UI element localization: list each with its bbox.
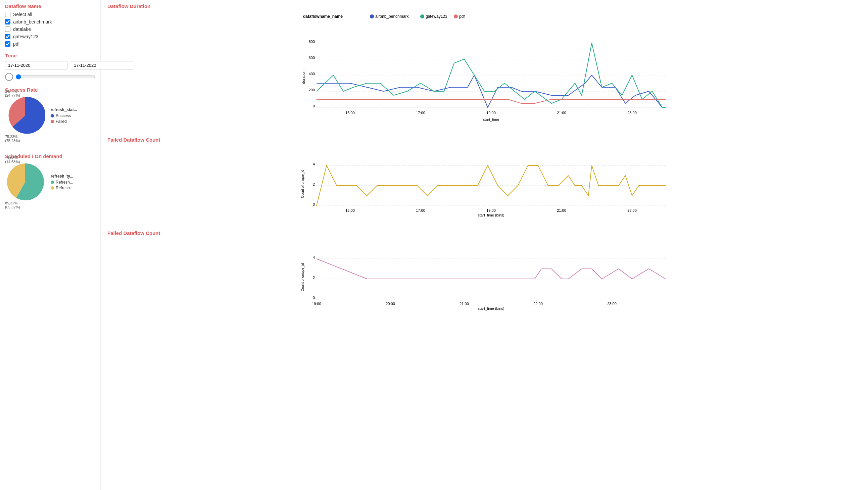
failed-chart2-svg: Count of unique_id 0 2 4 19:00 20:00 21:…: [107, 239, 861, 312]
y1-tick-4: 4: [313, 162, 315, 166]
ondemand-pct-label: 14,68%(14,68%): [5, 156, 20, 164]
legend-airbnb-text: airbnb_benchmark: [375, 14, 409, 19]
checkbox-pdf-input[interactable]: [5, 41, 10, 47]
legend-refresh1: Refresh...: [51, 180, 73, 185]
refresh-type-label: refresh_ty...: [51, 174, 73, 179]
x2-tick-2300: 23:00: [607, 302, 617, 306]
checkbox-airbnb[interactable]: airbnb_benchmark: [5, 19, 95, 25]
duration-chart-title: Dataflow Duration: [107, 3, 861, 9]
x1-tick-1700: 17:00: [416, 208, 425, 212]
x2-tick-2200: 22:00: [533, 302, 543, 306]
legend-gateway-text: gateway123: [426, 14, 447, 19]
date-inputs: [5, 61, 95, 69]
success-rate-pie-wrapper: 24,77%(24,77%) 75,23%(75,23%) refresh_st…: [5, 95, 95, 136]
x-tick-1900: 19:00: [486, 111, 496, 115]
x-tick-2100: 21:00: [557, 111, 566, 115]
x-tick-2300: 23:00: [627, 111, 637, 115]
slider-handle[interactable]: [5, 73, 13, 81]
y2-tick-4: 4: [313, 255, 315, 259]
x-tick-1500: 15:00: [345, 111, 355, 115]
refresh-stat-label: refresh_stat...: [51, 108, 77, 112]
legend-success: Success: [51, 114, 77, 118]
checkbox-gateway-label: gateway123: [13, 34, 39, 39]
failed-label: Failed: [56, 119, 67, 124]
x2-tick-2000: 20:00: [386, 302, 395, 306]
x1-tick-2100: 21:00: [557, 208, 566, 212]
refresh2-dot: [51, 186, 54, 190]
dataflow-section-title: Dataflow Name: [5, 3, 95, 9]
checkbox-pdf[interactable]: pdf: [5, 41, 95, 47]
scheduled-pie-chart: [5, 162, 45, 202]
legend-airbnb-dot: [370, 14, 374, 19]
sidebar: Dataflow Name Select all airbnb_benchmar…: [0, 0, 101, 490]
failed-chart2-title: Failed Dataflow Count: [107, 230, 861, 236]
checkbox-gateway[interactable]: gateway123: [5, 34, 95, 39]
date-from-input[interactable]: [5, 61, 67, 69]
checkbox-pdf-label: pdf: [13, 41, 20, 47]
x-tick-1700: 17:00: [416, 111, 425, 115]
success-rate-section: Success Rate 24,77%(24,77%) 75,23%(75,23…: [5, 87, 95, 136]
y-label-2: Count of unique_id: [301, 263, 304, 291]
checkbox-datalake[interactable]: datalake: [5, 27, 95, 32]
failed-pct-label: 24,77%(24,77%): [5, 89, 20, 97]
x2-tick-2100: 21:00: [460, 302, 469, 306]
failed-line-2: [316, 259, 665, 279]
success-dot: [51, 114, 54, 118]
y2-tick-0: 0: [313, 296, 315, 300]
failed-dot: [51, 120, 54, 123]
success-pct-label: 75,23%(75,23%): [5, 134, 20, 143]
time-slider[interactable]: [16, 74, 95, 80]
legend-pdf-text: pdf: [459, 14, 465, 19]
scheduled-pie-container: 14,68%(14,68%) 85,32%(85,32%): [5, 162, 45, 203]
refresh2-label: Refresh...: [56, 186, 73, 190]
scheduled-legend: refresh_ty... Refresh... Refresh...: [51, 174, 73, 191]
scheduled-pie-wrapper: 14,68%(14,68%) 85,32%(85,32%) refresh_ty…: [5, 162, 95, 203]
legend-failed: Failed: [51, 119, 77, 124]
checkbox-gateway-input[interactable]: [5, 34, 10, 39]
duration-chart-svg: dataflowname_name airbnb_benchmark gatew…: [107, 12, 861, 126]
refresh1-label: Refresh...: [56, 180, 73, 185]
select-all-label: Select all: [13, 12, 32, 17]
y2-tick-2: 2: [313, 276, 315, 280]
select-all-checkbox[interactable]: [5, 12, 10, 17]
x2-axis-label: start_time (bins): [478, 306, 504, 310]
x2-tick-1900: 19:00: [312, 302, 321, 306]
y-tick-600: 600: [309, 56, 315, 60]
slider-container: [5, 73, 95, 81]
select-all-item[interactable]: Select all: [5, 12, 95, 17]
duration-chart-section: Dataflow Duration dataflowname_name airb…: [107, 3, 861, 127]
main-content: Dataflow Duration dataflowname_name airb…: [101, 0, 868, 490]
scheduled-section: Scheduled / On demand 14,68%(14,68%) 85,…: [5, 153, 95, 203]
failed-chart1-title: Failed Dataflow Count: [107, 137, 861, 143]
x1-axis-label: start_time (bins): [478, 213, 504, 217]
x1-tick-1500: 15:00: [345, 208, 355, 212]
success-legend: refresh_stat... Success Failed: [51, 108, 77, 125]
legend-gateway-dot: [420, 14, 424, 19]
checkbox-datalake-input[interactable]: [5, 27, 10, 32]
checkbox-datalake-label: datalake: [13, 27, 31, 32]
y-tick-400: 400: [309, 72, 315, 76]
legend-pdf-dot: [454, 14, 458, 19]
time-section: Time: [5, 53, 95, 81]
failed-chart2-section: Failed Dataflow Count Count of unique_id…: [107, 230, 861, 313]
success-pie-container: 24,77%(24,77%) 75,23%(75,23%): [5, 95, 45, 136]
y-tick-0: 0: [313, 104, 315, 108]
y-tick-800: 800: [309, 40, 315, 43]
refresh1-dot: [51, 181, 54, 184]
scheduled-pct-label: 85,32%(85,32%): [5, 201, 20, 209]
success-label: Success: [56, 114, 71, 118]
y-label-1: Count of unique_id: [301, 170, 304, 198]
legend-refresh2: Refresh...: [51, 186, 73, 190]
x-axis-label: start_time: [483, 118, 499, 122]
x1-tick-2300: 23:00: [627, 208, 637, 212]
y-axis-label: duration: [302, 70, 305, 84]
legend-prefix: dataflowname_name: [303, 14, 343, 19]
checkbox-airbnb-input[interactable]: [5, 19, 10, 25]
failed-chart1-svg: Count of unique_id 0 2 4 15:00 17:00 19:…: [107, 145, 861, 219]
time-title: Time: [5, 53, 95, 58]
y-tick-200: 200: [309, 88, 315, 92]
x1-tick-1900: 19:00: [486, 208, 496, 212]
y1-tick-0: 0: [313, 203, 315, 206]
success-pie-chart: [5, 95, 45, 135]
checkbox-airbnb-label: airbnb_benchmark: [13, 19, 52, 25]
